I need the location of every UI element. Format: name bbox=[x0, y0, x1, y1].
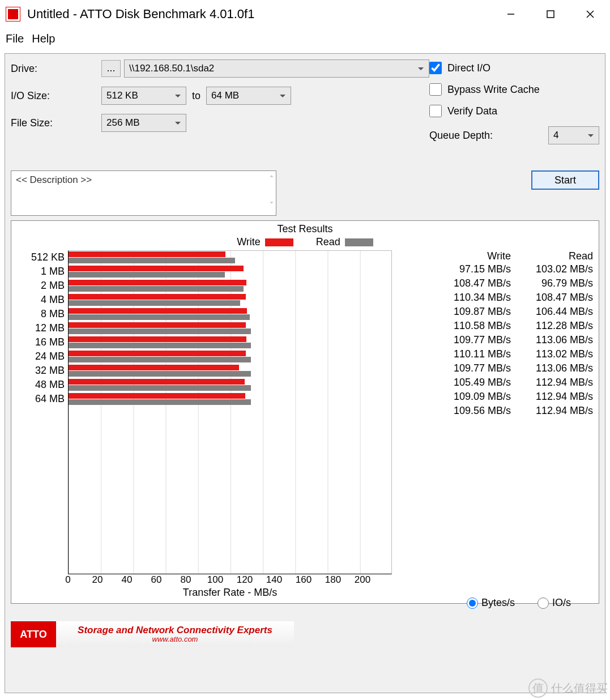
result-row: 109.56 MB/s112.94 MB/s bbox=[434, 404, 599, 418]
io-size-label: I/O Size: bbox=[11, 90, 101, 102]
result-row: 97.15 MB/s103.02 MB/s bbox=[434, 262, 599, 276]
svg-rect-1 bbox=[547, 11, 554, 18]
file-size-select[interactable]: 256 MB bbox=[101, 114, 186, 132]
result-row: 110.58 MB/s112.28 MB/s bbox=[434, 319, 599, 333]
atto-banner[interactable]: ATTO Storage and Network Connectivity Ex… bbox=[11, 621, 294, 647]
results-head-write: Write bbox=[434, 250, 517, 262]
chart-x-label: Transfer Rate - MB/s bbox=[68, 587, 392, 599]
queue-depth-label: Queue Depth: bbox=[429, 130, 548, 142]
results-panel: Test Results Write Read 512 KB1 MB2 MB4 … bbox=[11, 220, 599, 604]
result-row: 108.47 MB/s96.79 MB/s bbox=[434, 276, 599, 291]
main-panel: Drive: ... \\192.168.50.1\sda2 I/O Size:… bbox=[5, 53, 605, 693]
results-head-read: Read bbox=[517, 250, 599, 262]
chart-y-labels: 512 KB1 MB2 MB4 MB8 MB12 MB16 MB24 MB32 … bbox=[11, 250, 68, 574]
result-row: 109.09 MB/s112.94 MB/s bbox=[434, 390, 599, 404]
io-radio[interactable]: IO/s bbox=[538, 597, 571, 609]
direct-io-checkbox[interactable]: Direct I/O bbox=[429, 62, 599, 74]
results-table: Write Read 97.15 MB/s103.02 MB/s108.47 M… bbox=[434, 250, 599, 574]
queue-depth-select[interactable]: 4 bbox=[548, 126, 599, 144]
bytes-radio[interactable]: Bytes/s bbox=[467, 597, 515, 609]
result-row: 109.77 MB/s113.06 MB/s bbox=[434, 333, 599, 347]
menu-file[interactable]: File bbox=[6, 32, 24, 45]
result-row: 110.11 MB/s113.02 MB/s bbox=[434, 347, 599, 361]
verify-checkbox[interactable]: Verify Data bbox=[429, 105, 599, 117]
watermark-icon: 值 bbox=[528, 678, 548, 698]
description-input[interactable]: << Description >> ˄˅ bbox=[11, 170, 276, 216]
to-label: to bbox=[192, 90, 201, 102]
results-title: Test Results bbox=[11, 223, 599, 235]
window-title: Untitled - ATTO Disk Benchmark 4.01.0f1 bbox=[27, 7, 491, 22]
banner-logo: ATTO bbox=[11, 621, 56, 647]
browse-button[interactable]: ... bbox=[101, 60, 121, 77]
maximize-button[interactable] bbox=[531, 0, 570, 28]
unit-radios: Bytes/s IO/s bbox=[467, 597, 571, 609]
io-to-select[interactable]: 64 MB bbox=[206, 87, 291, 105]
bypass-checkbox[interactable]: Bypass Write Cache bbox=[429, 83, 599, 96]
drive-label: Drive: bbox=[11, 63, 101, 75]
minimize-button[interactable] bbox=[491, 0, 531, 28]
scroll-up-icon[interactable]: ˄ bbox=[270, 174, 274, 183]
menu-help[interactable]: Help bbox=[32, 32, 55, 45]
io-from-select[interactable]: 512 KB bbox=[101, 87, 186, 105]
result-row: 105.49 MB/s112.94 MB/s bbox=[434, 375, 599, 390]
menu-bar: File Help bbox=[0, 28, 610, 49]
start-button[interactable]: Start bbox=[531, 170, 599, 190]
title-bar: Untitled - ATTO Disk Benchmark 4.01.0f1 bbox=[0, 0, 610, 28]
chart-plot bbox=[68, 250, 392, 574]
app-icon bbox=[6, 7, 20, 22]
chart-legend: Write Read bbox=[11, 236, 599, 248]
drive-select[interactable]: \\192.168.50.1\sda2 bbox=[124, 59, 429, 78]
result-row: 109.77 MB/s113.06 MB/s bbox=[434, 361, 599, 375]
watermark: 值 什么值得买 bbox=[528, 678, 608, 698]
result-row: 110.34 MB/s108.47 MB/s bbox=[434, 291, 599, 305]
chart-x-axis: 020406080100120140160180200 bbox=[68, 574, 392, 586]
close-button[interactable] bbox=[570, 0, 610, 28]
file-size-label: File Size: bbox=[11, 117, 101, 129]
result-row: 109.87 MB/s106.44 MB/s bbox=[434, 305, 599, 319]
scroll-down-icon[interactable]: ˅ bbox=[270, 200, 274, 210]
